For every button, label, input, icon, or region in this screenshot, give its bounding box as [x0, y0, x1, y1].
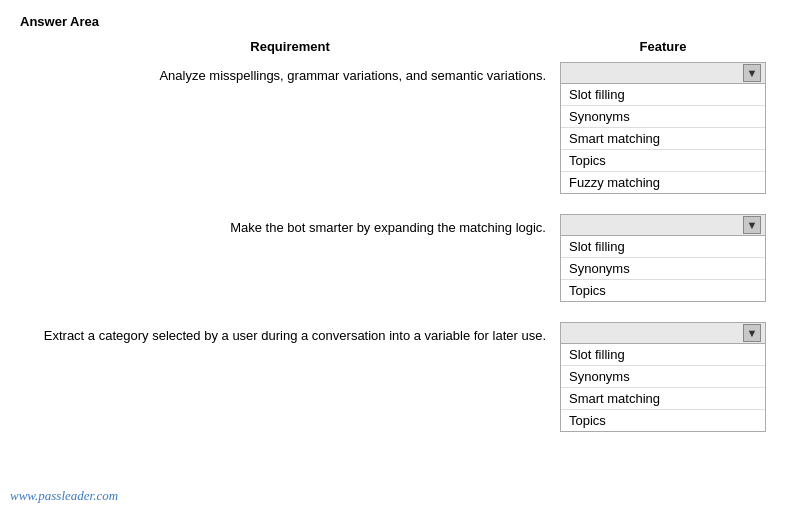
- feature-column-header: Feature: [560, 39, 766, 54]
- dropdown-item-1-1[interactable]: Slot filling: [561, 84, 765, 106]
- dropdown-header-3[interactable]: ▼: [560, 322, 766, 344]
- dropdown-header-1[interactable]: ▼: [560, 62, 766, 84]
- dropdown-list-3: Slot fillingSynonymsSmart matchingTopics: [560, 344, 766, 432]
- dropdown-item-3-1[interactable]: Slot filling: [561, 344, 765, 366]
- dropdown-item-1-4[interactable]: Topics: [561, 150, 765, 172]
- columns-header: Requirement Feature: [20, 39, 766, 54]
- dropdown-item-3-3[interactable]: Smart matching: [561, 388, 765, 410]
- row-block-2: Make the bot smarter by expanding the ma…: [20, 214, 766, 302]
- dropdown-list-2: Slot fillingSynonymsTopics: [560, 236, 766, 302]
- dropdown-arrow-2[interactable]: ▼: [743, 216, 761, 234]
- requirement-text-1: Analyze misspellings, grammar variations…: [20, 62, 560, 86]
- dropdown-item-2-3[interactable]: Topics: [561, 280, 765, 301]
- feature-dropdown-2[interactable]: ▼Slot fillingSynonymsTopics: [560, 214, 766, 302]
- dropdown-item-3-4[interactable]: Topics: [561, 410, 765, 431]
- dropdown-arrow-1[interactable]: ▼: [743, 64, 761, 82]
- requirement-column-header: Requirement: [20, 39, 560, 54]
- page-container: Answer Area Requirement Feature Analyze …: [0, 0, 786, 466]
- dropdown-item-1-2[interactable]: Synonyms: [561, 106, 765, 128]
- requirement-text-2: Make the bot smarter by expanding the ma…: [20, 214, 560, 238]
- requirement-text-3: Extract a category selected by a user du…: [20, 322, 560, 346]
- rows-container: Analyze misspellings, grammar variations…: [20, 62, 766, 432]
- dropdown-item-3-2[interactable]: Synonyms: [561, 366, 765, 388]
- dropdown-item-2-1[interactable]: Slot filling: [561, 236, 765, 258]
- dropdown-list-1: Slot fillingSynonymsSmart matchingTopics…: [560, 84, 766, 194]
- dropdown-item-2-2[interactable]: Synonyms: [561, 258, 765, 280]
- dropdown-item-1-5[interactable]: Fuzzy matching: [561, 172, 765, 193]
- answer-area-title: Answer Area: [20, 14, 766, 29]
- feature-dropdown-1[interactable]: ▼Slot fillingSynonymsSmart matchingTopic…: [560, 62, 766, 194]
- row-block-3: Extract a category selected by a user du…: [20, 322, 766, 432]
- dropdown-header-2[interactable]: ▼: [560, 214, 766, 236]
- dropdown-item-1-3[interactable]: Smart matching: [561, 128, 765, 150]
- dropdown-arrow-3[interactable]: ▼: [743, 324, 761, 342]
- row-block-1: Analyze misspellings, grammar variations…: [20, 62, 766, 194]
- watermark: www.passleader.com: [10, 488, 118, 504]
- feature-dropdown-3[interactable]: ▼Slot fillingSynonymsSmart matchingTopic…: [560, 322, 766, 432]
